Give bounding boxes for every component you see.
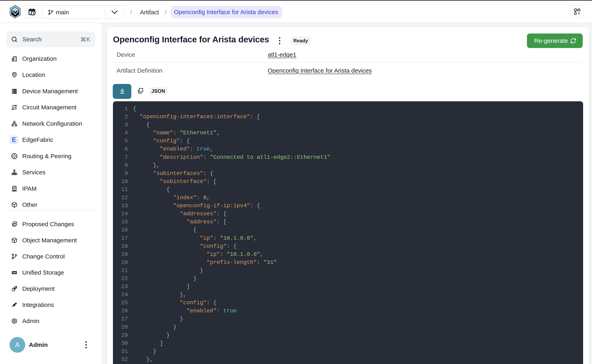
svg-text:IP: IP <box>13 187 16 190</box>
